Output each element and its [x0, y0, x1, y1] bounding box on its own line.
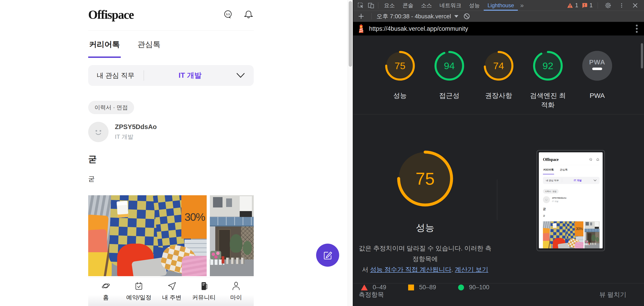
performance-gauge: 75	[385, 50, 416, 81]
close-devtools-icon[interactable]	[630, 0, 640, 11]
tab-console[interactable]: 콘솔	[399, 0, 417, 11]
photo-storefront	[584, 221, 599, 248]
nav-item-community[interactable]: 커뮤니티	[192, 281, 216, 306]
tab-interest-talk: 관심톡	[560, 168, 568, 174]
caret-down-icon	[454, 15, 458, 18]
author-job: IT 개발	[115, 133, 157, 141]
tab-interest-talk[interactable]: 관심톡	[136, 39, 162, 58]
calendar-check-icon	[134, 281, 144, 291]
chat-1to1-icon: 1:1	[589, 158, 592, 161]
tab-career-talk[interactable]: 커리어톡	[88, 39, 121, 58]
tab-network[interactable]: 네트워크	[436, 0, 465, 11]
devtools-panel: 요소 콘솔 소스 네트워크 성능 Lighthouse » 1	[353, 0, 644, 306]
offispace-app: Offispace 1:1	[0, 0, 348, 306]
score-seo[interactable]: 92 검색엔진 최적화	[528, 50, 568, 109]
expand-view-toggle[interactable]: 뷰 펼치기	[599, 291, 626, 299]
score-summary: 75 성능 94 접근성	[353, 35, 644, 114]
score-calc-link[interactable]: 성능 점수가 직접 계산됩니다	[370, 266, 451, 273]
report-selector-dropdown[interactable]: 오후 7:00:38 - 4busak.vercel	[376, 12, 458, 20]
tab-sources[interactable]: 소스	[417, 0, 436, 11]
chat-1to1-icon[interactable]: 1:1	[223, 9, 233, 20]
author-name: ZPSY5DdsAo	[552, 197, 566, 199]
score-pwa[interactable]: PWA PWA	[578, 50, 617, 100]
orange-square-icon	[408, 285, 414, 291]
bottom-nav: 홈 예약/일정 내 주변	[88, 278, 254, 306]
best-practices-gauge: 74	[483, 50, 514, 81]
avatar	[543, 196, 550, 203]
tab-performance[interactable]: 성능	[465, 0, 484, 11]
performance-category: 75 성능 값은 추정치이며 달라질 수 있습니다. 이러한 측정항목에 서 성…	[353, 114, 644, 283]
metrics-title: 측정항목	[359, 291, 384, 299]
red-triangle-icon	[361, 285, 368, 291]
post-title: 굳	[88, 153, 254, 165]
discount-sign: 30%	[574, 221, 583, 236]
warnings-badge[interactable]: 1	[567, 2, 578, 8]
green-circle-icon	[458, 285, 464, 291]
app-content: Offispace 1:1	[88, 0, 254, 276]
score-accessibility[interactable]: 94 접근성	[430, 50, 469, 100]
more-tabs-icon[interactable]: »	[518, 2, 526, 9]
score-legend: 0–49 50–89 90–100	[353, 284, 497, 291]
post-category-tag: 이력서 · 면접	[543, 189, 559, 194]
job-filter-label: 내 관심 직무	[546, 179, 558, 182]
post-category-tag[interactable]: 이력서 · 면접	[88, 101, 134, 114]
post-author-row[interactable]: ZPSY5DdsAo IT 개발	[88, 122, 254, 142]
performance-big-gauge: 75	[396, 150, 454, 208]
device-toolbar-icon[interactable]	[366, 0, 376, 11]
legend-fail: 0–49	[361, 284, 386, 291]
pwa-badge: PWA	[582, 50, 612, 81]
page-scrollbar-thumb[interactable]	[349, 1, 352, 67]
photo-knit-shop[interactable]: 30%	[88, 195, 207, 276]
job-filter-value: IT 개발	[562, 179, 593, 182]
write-post-fab[interactable]	[316, 244, 339, 267]
job-filter-dropdown[interactable]: 내 관심 직무 IT 개발	[88, 65, 254, 86]
clear-reports-icon[interactable]	[462, 11, 472, 22]
nav-item-home[interactable]: 홈	[95, 281, 117, 306]
tab-lighthouse[interactable]: Lighthouse	[484, 0, 518, 11]
score-performance[interactable]: 75 성능	[380, 50, 420, 100]
report-kebab-icon[interactable]	[634, 24, 640, 34]
nav-item-my[interactable]: 마이	[225, 281, 247, 306]
legend-average: 50–89	[408, 284, 436, 291]
page-scrollbar[interactable]	[348, 0, 353, 306]
screen: Offispace 1:1	[0, 0, 644, 306]
job-filter-value: IT 개발	[144, 70, 236, 80]
category-description: 값은 추정치이며 달라질 수 있습니다. 이러한 측정항목에 서 성능 점수가 …	[357, 243, 493, 275]
svg-text:1:1: 1:1	[590, 159, 591, 160]
app-logo: Offispace	[88, 8, 134, 22]
app-header: Offispace 1:1	[88, 0, 254, 31]
new-report-plus-icon[interactable]	[356, 11, 366, 22]
app-tabs: 커리어톡 관심톡	[88, 39, 254, 58]
nav-item-reservation[interactable]: 예약/일정	[126, 281, 151, 306]
edit-pencil-icon	[322, 249, 334, 261]
settings-gear-icon[interactable]	[603, 0, 613, 11]
seo-gauge: 92	[532, 50, 563, 81]
post-body: 굳	[88, 174, 254, 184]
job-filter-dropdown: 내 관심 직무 IT 개발	[543, 177, 600, 184]
tab-elements[interactable]: 요소	[380, 0, 399, 11]
score-best-practices[interactable]: 74 권장사항	[479, 50, 518, 100]
discount-sign: 30%	[181, 195, 207, 239]
bell-icon[interactable]	[243, 9, 254, 20]
photo-storefront[interactable]	[210, 195, 254, 276]
nav-item-nearby[interactable]: 내 주변	[161, 281, 183, 306]
post-photos: 30%	[543, 221, 600, 248]
devtools-scrollbar-thumb[interactable]	[641, 43, 643, 68]
report-url-bar: https://4busak.vercel.app/community	[353, 22, 644, 35]
inspect-element-icon[interactable]	[356, 0, 366, 11]
photo-knit-shop: 30%	[543, 221, 584, 248]
chevron-down-icon	[236, 72, 245, 78]
kebab-menu-icon[interactable]	[616, 0, 627, 11]
legend-pass: 90–100	[458, 284, 489, 291]
divider	[378, 2, 378, 8]
calculator-link[interactable]: 계산기 보기	[455, 266, 488, 273]
divider	[371, 13, 372, 19]
post-body: 굳	[543, 214, 600, 217]
app-tabs: 커리어톡 관심톡	[543, 168, 600, 174]
issues-badge[interactable]: 1	[581, 2, 593, 8]
tab-career-talk: 커리어톡	[543, 168, 554, 174]
post-photos: 30%	[88, 195, 254, 276]
job-filter-label: 내 관심 직무	[97, 71, 134, 80]
report-url: https://4busak.vercel.app/community	[369, 25, 468, 32]
lighthouse-icon	[358, 24, 364, 33]
